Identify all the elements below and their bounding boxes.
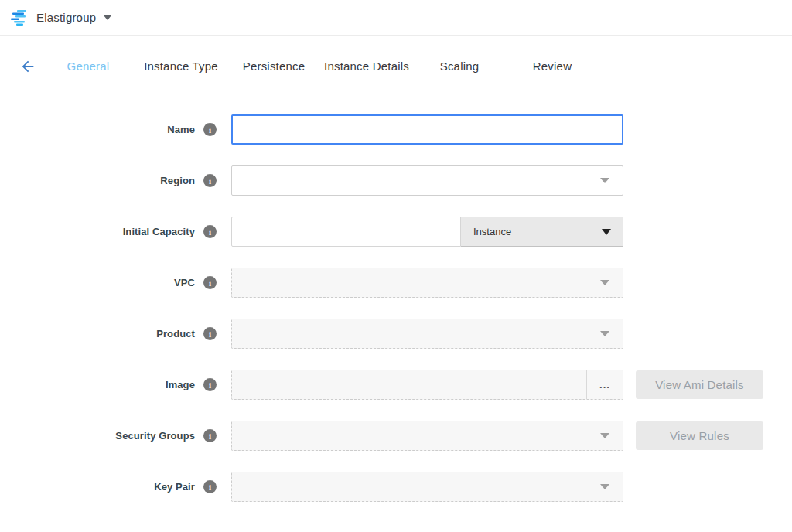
- product-select: [231, 319, 623, 349]
- chevron-down-icon: [600, 280, 609, 285]
- form-row-region: Region i: [0, 165, 792, 196]
- general-form: Name i Region i Initial Capacity i Insta…: [0, 97, 792, 502]
- key-pair-select: [231, 472, 623, 502]
- capacity-unit-value: Instance: [473, 226, 511, 237]
- app-title[interactable]: Elastigroup: [36, 11, 96, 24]
- app-bar: Elastigroup: [0, 0, 792, 36]
- image-label: Image: [0, 379, 195, 390]
- tab-general[interactable]: General: [42, 60, 135, 73]
- chevron-down-icon: [600, 331, 609, 336]
- tab-instance-type[interactable]: Instance Type: [135, 60, 227, 73]
- tab-persistence[interactable]: Persistence: [227, 60, 320, 73]
- info-icon[interactable]: i: [203, 378, 217, 391]
- image-field: ...: [231, 370, 623, 400]
- chevron-down-icon: [600, 433, 609, 438]
- product-label: Product: [0, 328, 195, 339]
- image-value: [232, 370, 586, 399]
- form-row-security-groups: Security Groups i View Rules: [0, 421, 792, 451]
- info-icon[interactable]: i: [203, 327, 217, 340]
- form-row-product: Product i: [0, 319, 792, 349]
- region-label: Region: [0, 175, 195, 186]
- view-ami-details-button[interactable]: View Ami Details: [636, 370, 763, 399]
- back-button[interactable]: [14, 53, 42, 80]
- chevron-down-icon[interactable]: [104, 15, 111, 20]
- info-icon[interactable]: i: [203, 429, 217, 442]
- tab-scaling[interactable]: Scaling: [413, 60, 506, 73]
- region-select[interactable]: [231, 165, 623, 196]
- capacity-unit-select[interactable]: Instance: [461, 217, 623, 247]
- elastigroup-logo-icon: [11, 10, 29, 26]
- form-row-image: Image i ... View Ami Details: [0, 370, 792, 400]
- tab-review[interactable]: Review: [506, 60, 599, 73]
- info-icon[interactable]: i: [203, 480, 217, 493]
- name-input[interactable]: [231, 114, 623, 145]
- key-pair-label: Key Pair: [0, 481, 195, 493]
- info-icon[interactable]: i: [203, 174, 217, 187]
- chevron-down-icon: [600, 484, 609, 489]
- chevron-down-icon: [600, 178, 609, 183]
- form-row-vpc: VPC i: [0, 268, 792, 298]
- image-browse-button[interactable]: ...: [586, 370, 623, 399]
- form-row-name: Name i: [0, 114, 792, 145]
- vpc-label: VPC: [0, 277, 195, 288]
- info-icon[interactable]: i: [203, 225, 217, 238]
- wizard-nav: General Instance Type Persistence Instan…: [0, 36, 792, 97]
- info-icon[interactable]: i: [203, 276, 217, 289]
- initial-capacity-input[interactable]: [231, 217, 461, 247]
- security-groups-label: Security Groups: [0, 430, 195, 442]
- vpc-select: [231, 268, 623, 298]
- tab-instance-details[interactable]: Instance Details: [320, 60, 413, 73]
- chevron-down-icon: [602, 229, 611, 235]
- info-icon[interactable]: i: [203, 123, 217, 136]
- view-rules-button[interactable]: View Rules: [636, 421, 763, 450]
- arrow-back-icon: [19, 58, 36, 75]
- initial-capacity-label: Initial Capacity: [0, 226, 195, 237]
- wizard-tabs: General Instance Type Persistence Instan…: [42, 60, 599, 73]
- form-row-key-pair: Key Pair i: [0, 472, 792, 502]
- form-row-initial-capacity: Initial Capacity i Instance: [0, 217, 792, 247]
- security-groups-select: [231, 421, 623, 451]
- name-label: Name: [0, 124, 195, 135]
